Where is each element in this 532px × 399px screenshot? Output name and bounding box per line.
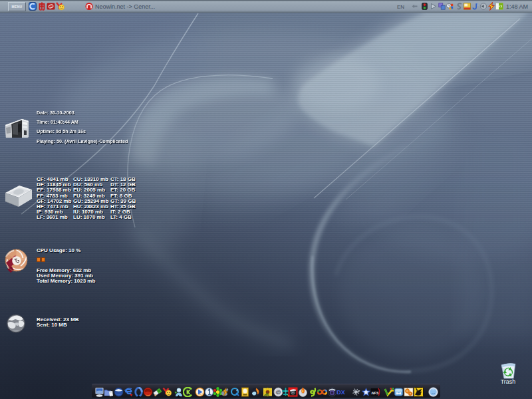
svg-text:DX: DX <box>336 389 345 396</box>
svg-text:NFS: NFS <box>372 391 379 395</box>
